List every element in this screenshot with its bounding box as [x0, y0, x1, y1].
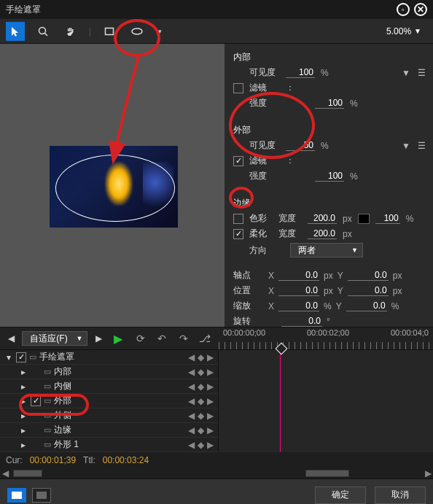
- kf-add[interactable]: ◆: [198, 396, 204, 406]
- chevron-down-icon: ▼: [76, 335, 82, 342]
- track-row[interactable]: ▾ ✓ ▭ 手绘遮罩 ◀◆▶: [0, 350, 218, 365]
- kf-next[interactable]: ▶: [207, 381, 214, 392]
- kf-add[interactable]: ◆: [198, 352, 204, 363]
- track-checkbox[interactable]: ✓: [16, 352, 26, 363]
- kf-next[interactable]: ▶: [207, 396, 214, 406]
- kf-add[interactable]: ◆: [198, 381, 204, 392]
- tool-hand[interactable]: [61, 22, 80, 41]
- anchor-x[interactable]: 0.0: [278, 270, 319, 281]
- anchor-label: 轴点: [233, 269, 264, 282]
- edge-width1-value[interactable]: 200.0: [308, 213, 337, 224]
- expand-icon[interactable]: ▸: [19, 440, 28, 450]
- edge-direction-select[interactable]: 两者 ▼: [290, 243, 363, 257]
- hscroll-left[interactable]: ◀: [0, 468, 10, 478]
- outer-visibility-label: 可见度: [249, 139, 280, 152]
- expand-icon[interactable]: ▸: [19, 411, 28, 421]
- list-icon[interactable]: ☰: [418, 141, 426, 151]
- ok-button[interactable]: 确定: [315, 486, 366, 504]
- tool-zoom[interactable]: [34, 22, 52, 41]
- tool-rect[interactable]: [100, 22, 119, 41]
- list-icon[interactable]: ☰: [418, 68, 426, 78]
- scale-y[interactable]: 0.0: [346, 301, 387, 311]
- outer-filter-checkbox[interactable]: ✓: [233, 156, 243, 166]
- kf-prev[interactable]: ◀: [188, 440, 195, 450]
- edge-soften-checkbox[interactable]: ✓: [233, 229, 243, 239]
- filter-icon[interactable]: ▼: [402, 141, 410, 151]
- ok-label: 确定: [332, 489, 349, 501]
- track-row[interactable]: ▸ ▭ 内部 ◀◆▶: [0, 365, 218, 379]
- expand-icon[interactable]: ▸: [19, 396, 28, 406]
- kf-prev[interactable]: ◀: [188, 352, 195, 363]
- close-button[interactable]: ✕: [414, 3, 427, 16]
- track-row[interactable]: ▸ ✓ ▭ 外部 ◀◆▶: [0, 394, 218, 408]
- position-x[interactable]: 0.0: [278, 285, 319, 296]
- inner-visibility-value[interactable]: 100: [286, 67, 315, 78]
- hscroll-right[interactable]: ▶: [423, 468, 433, 478]
- hscroll-thumb-right[interactable]: [305, 470, 349, 477]
- track-row[interactable]: ▸ ▭ 外形 1 ◀◆▶: [0, 438, 218, 452]
- loop-button[interactable]: ⟳: [133, 330, 149, 346]
- timeline-prev[interactable]: ◀: [6, 333, 16, 344]
- edge-percent-value[interactable]: 100: [375, 213, 400, 224]
- kf-next[interactable]: ▶: [207, 411, 214, 421]
- expand-icon[interactable]: ▸: [19, 425, 28, 435]
- edge-color-swatch[interactable]: [358, 214, 370, 224]
- kf-prev[interactable]: ◀: [188, 411, 195, 421]
- kf-add[interactable]: ◆: [198, 411, 204, 421]
- timeline-fit-select[interactable]: 自适应(F) ▼: [22, 331, 87, 346]
- filter-icon[interactable]: ▼: [402, 68, 410, 78]
- inner-strength-value[interactable]: 100: [315, 98, 344, 109]
- kf-next[interactable]: ▶: [207, 352, 214, 363]
- kf-next[interactable]: ▶: [207, 367, 214, 377]
- tool-pointer[interactable]: [6, 22, 25, 41]
- inner-visibility-label: 可见度: [249, 66, 280, 79]
- layout-mode-b[interactable]: [32, 488, 51, 503]
- play-button[interactable]: ▶: [110, 330, 127, 346]
- anchor-y[interactable]: 0.0: [348, 270, 389, 281]
- preview-pane[interactable]: [0, 44, 225, 327]
- kf-next[interactable]: ▶: [207, 425, 214, 435]
- expand-icon[interactable]: ▸: [19, 381, 28, 392]
- graph-button[interactable]: ⎇: [197, 330, 213, 346]
- playhead[interactable]: [280, 350, 281, 452]
- edge-width2-value[interactable]: 200.0: [308, 228, 337, 239]
- track-name: 手绘遮罩: [39, 351, 74, 363]
- tool-ellipse[interactable]: [128, 22, 147, 41]
- cancel-button[interactable]: 取消: [375, 486, 426, 504]
- scale-x[interactable]: 0.0: [278, 301, 319, 311]
- redo-button[interactable]: ↷: [176, 330, 192, 346]
- kf-add[interactable]: ◆: [198, 440, 204, 450]
- track-row[interactable]: ▸ ▭ 边缘 ◀◆▶: [0, 423, 218, 438]
- help-button[interactable]: ◦: [397, 3, 410, 16]
- kf-prev[interactable]: ◀: [188, 381, 195, 392]
- timeline-ruler[interactable]: 00:00:00;00 00:00:02;00 00:00:04;0: [219, 327, 433, 349]
- layout-mode-a[interactable]: [7, 488, 26, 503]
- kf-next[interactable]: ▶: [207, 440, 214, 450]
- undo-button[interactable]: ↶: [154, 330, 170, 346]
- expand-icon[interactable]: ▾: [4, 352, 13, 363]
- rotate-value[interactable]: 0.0: [281, 316, 322, 327]
- hscroll-thumb-left[interactable]: [13, 470, 42, 477]
- kf-add[interactable]: ◆: [198, 425, 204, 435]
- position-y[interactable]: 0.0: [348, 285, 389, 296]
- kf-prev[interactable]: ◀: [188, 367, 195, 377]
- mask-ellipse[interactable]: [55, 155, 175, 222]
- expand-icon[interactable]: ▸: [19, 367, 28, 377]
- clip-icon: ▭: [44, 367, 51, 376]
- track-row[interactable]: ▸ ▭ 外侧 ◀◆▶: [0, 408, 218, 423]
- tool-ellipse-dropdown[interactable]: ▾: [155, 22, 164, 41]
- outer-strength-value[interactable]: 100: [315, 171, 344, 182]
- edge-color-checkbox[interactable]: [233, 214, 243, 224]
- outer-strength-label: 强度: [249, 170, 280, 182]
- track-row[interactable]: ▸ ▭ 内侧 ◀◆▶: [0, 379, 218, 394]
- outer-visibility-value[interactable]: 50: [286, 140, 315, 151]
- kf-add[interactable]: ◆: [198, 367, 204, 377]
- zoom-select[interactable]: 5.00% ▼: [386, 26, 421, 36]
- track-checkbox[interactable]: ✓: [31, 396, 41, 406]
- kf-prev[interactable]: ◀: [188, 425, 195, 435]
- ruler-t0: 00:00:00;00: [223, 328, 265, 337]
- inner-filter-checkbox[interactable]: [233, 83, 243, 93]
- timeline-canvas[interactable]: [219, 350, 433, 452]
- kf-prev[interactable]: ◀: [188, 396, 195, 406]
- timeline-next[interactable]: ▶: [93, 333, 104, 344]
